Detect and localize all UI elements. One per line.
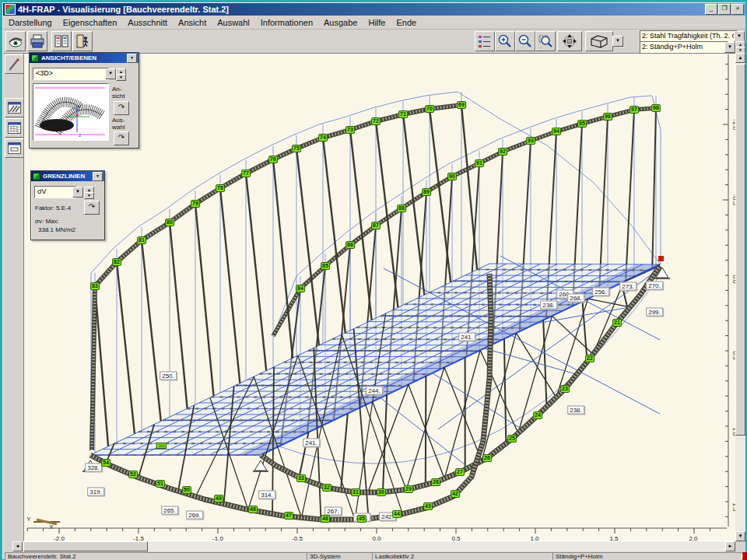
exit-button[interactable] [72,31,93,51]
menu-ausgabe[interactable]: Ausgabe [318,17,363,28]
panel-grenzlinien-collapse-button[interactable]: ▼ [93,172,103,181]
loadcase-dropdown-icon[interactable]: ▼ [724,42,735,53]
view-eye-button[interactable] [5,31,26,51]
status-bar: ! Bauchveerendeltr. Stat.23D-SystemLastk… [3,552,745,560]
value-label: 269. [186,511,203,520]
panel-grenzlinien-titlebar[interactable]: GRENZLINIEN ▼ [31,171,104,181]
menu-auswahl[interactable]: Auswahl [212,17,255,28]
view-cube-dropdown[interactable]: ▼ [612,36,623,47]
bottom-tick-label: 1.5 [609,535,618,542]
sigma-max-label: σv: Max: [35,218,59,225]
scroll-up-arrow[interactable]: ▲ [735,53,745,63]
node-label: 97 [630,106,639,114]
panel-ansicht-ebenen[interactable]: ANSICHT/EBENEN ▼ <3D> ▼ ▲ ▼ z An-sicht [29,52,139,149]
zoom-out-icon [517,33,533,49]
scroll-right-arrow[interactable]: ► [725,541,735,551]
structure-tree-button[interactable] [475,31,495,51]
menu-ansicht[interactable]: Ansicht [173,17,212,28]
minimized-panel-mesh[interactable] [5,118,24,138]
node-label: 49 [214,495,223,502]
y-axis-label: Y [26,516,30,523]
value-label: 314. [258,491,275,499]
pages-button[interactable] [51,31,72,51]
horizontal-scrollbar[interactable]: ◄ ► [12,541,735,551]
view-cube-button[interactable] [585,31,613,51]
loadcase-combobox[interactable]: 2: Ständig+P+Holm [640,41,728,54]
scroll-left-arrow[interactable]: ◄ [12,541,23,551]
value-label: 238. [567,406,584,415]
auswahl-apply-button[interactable]: ↷ [114,131,129,145]
node-label: 88 [397,205,406,212]
pan-control[interactable] [557,31,582,51]
node-label: 33 [296,474,306,482]
faktor-label: Faktor: 5.E-4 [35,205,71,212]
node-label: 30 [377,488,386,496]
node-label: 71 [398,110,408,118]
panel-cube-icon [31,54,39,62]
value-label: 267. [324,507,342,516]
hscroll-thumb[interactable] [23,541,148,551]
ansicht-apply-button[interactable]: ↷ [114,101,129,115]
grenzlinien-apply-button[interactable]: ↷ [84,201,100,215]
node-label: 48 [248,506,258,513]
view-dropdown-icon[interactable]: ▼ [105,68,116,79]
status-field: 3D-System [307,552,377,560]
menu-eigenschaften[interactable]: Eigenschaften [58,17,123,28]
value-label: 241. [303,439,320,447]
menu-hilfe[interactable]: Hilfe [363,17,391,28]
panel-ansicht-collapse-button[interactable]: ▼ [127,54,137,63]
scroll-down-arrow[interactable]: ▼ [735,531,745,541]
minimized-panel-box[interactable] [5,138,24,158]
node-label: 90 [447,173,457,180]
minimize-button[interactable]: _ [705,4,717,15]
vertical-scrollbar[interactable]: ▲ ▼ [735,53,745,541]
mini-window-hatch-icon [8,102,21,114]
view-spin-down[interactable]: ▼ [116,74,126,81]
zoom-in-button[interactable] [495,31,515,51]
close-button[interactable]: × [731,4,744,15]
node-label: 86 [345,241,355,249]
ansicht-label: An-sicht [112,86,124,100]
vscroll-thumb[interactable] [735,64,745,436]
value-label: 299. [646,308,663,317]
node-label: 46 [321,515,330,523]
panel-grenzlinien[interactable]: GRENZLINIEN ▼ σV ▼ ▲ ▼ Faktor: 5.E-4 ↷ σ… [30,170,105,240]
menu-ende[interactable]: Ende [391,17,422,28]
sigma-combobox[interactable]: σV [34,186,76,198]
node-label: 50 [182,486,191,494]
view-combobox[interactable]: <3D> [33,68,109,80]
view-preview[interactable]: z [33,83,109,141]
node-label: 74 [318,134,328,142]
zoom-window-button[interactable] [535,31,556,51]
theory-dropdown-icon[interactable]: ▼ [734,31,745,42]
menu-ausschnitt[interactable]: Ausschnitt [122,17,173,28]
print-button[interactable] [27,31,47,51]
sigma-dropdown-icon[interactable]: ▼ [72,187,83,198]
maximize-button[interactable]: ❐ [718,4,731,15]
node-label: 84 [296,285,305,292]
edit-tool-button[interactable] [5,54,24,74]
minimized-panel-hatch[interactable] [5,98,24,117]
status-field: Bauchveerendeltr. Stat.2 [5,552,311,560]
menu-informationen[interactable]: Informationen [255,17,318,28]
menu-darstellung[interactable]: Darstellung [3,17,58,28]
node-label: 87 [371,222,381,229]
preview-thumbnail: z [33,84,107,138]
title-bar[interactable]: 4H-FRAP - Visualisierung [Bauchveerendel… [3,3,745,16]
cube-3d-icon [588,33,610,49]
node-label: 31 [351,488,360,496]
node-label: 45 [357,515,366,523]
left-sidebar [3,53,23,559]
status-field: Ständig+P+Holm [552,552,742,560]
panel-ansicht-titlebar[interactable]: ANSICHT/EBENEN ▼ [30,53,139,63]
redo-arrow-icon: ↷ [118,133,124,142]
x-axis-label: X [49,523,53,530]
toolbar: ▼ 2: Stahl Tragfähigkeit (Th. 2. O ▼ 2: … [3,30,745,54]
node-label: 82 [112,258,121,266]
mini-window-mesh-icon [8,122,21,134]
node-label: 27 [455,468,465,476]
node-label: 54 [101,459,110,467]
panel-grenzlinien-title: GRENZLINIEN [43,173,85,180]
sigma-spin-down[interactable]: ▼ [84,192,94,199]
zoom-out-button[interactable] [515,31,535,51]
